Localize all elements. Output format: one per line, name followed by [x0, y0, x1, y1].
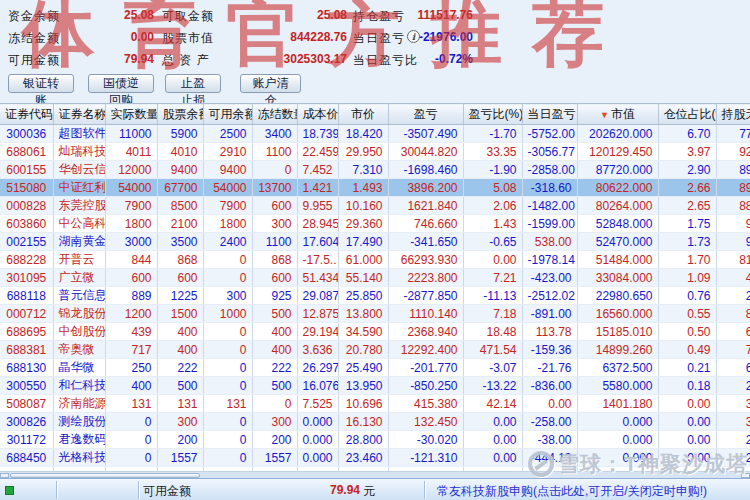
cell-当日盈亏: -318.60	[522, 179, 577, 197]
cell-仓位占比(%): 0.00	[658, 413, 716, 431]
column-header-6[interactable]: 成本价	[297, 104, 338, 125]
table-row[interactable]: 301095广立微600600060051.43455.1402223.8007…	[0, 269, 750, 287]
cell-盈亏比(%): -13.22	[463, 377, 522, 395]
cell-市值: 33084.000	[577, 269, 658, 287]
cell-成本价: 12.875	[297, 305, 338, 323]
funds-balance-value: 25.08	[60, 8, 154, 22]
stop-profit-loss-button[interactable]: 止盈止损	[165, 74, 221, 93]
cell-实际数量: 0	[105, 431, 157, 449]
column-header-2[interactable]: 实际数量	[105, 104, 157, 125]
cell-市值: 202620.000	[577, 125, 658, 143]
cell-盈亏比(%): 7.21	[463, 269, 522, 287]
account-summary-panel: 资金余额 25.08 可取金额 25.08 持仓盈亏 111517.76 冻结金…	[0, 4, 750, 70]
table-row[interactable]: 300550和仁科技400500050016.07613.950-850.250…	[0, 377, 750, 395]
table-row[interactable]: 688695中创股份439400040029.19434.5902368.940…	[0, 323, 750, 341]
cell-盈亏: 3896.200	[388, 179, 463, 197]
cell-成本价: 26.297	[297, 359, 338, 377]
statusbar-available-label: 可用金额	[143, 483, 191, 500]
ipo-subscription-message[interactable]: 常友科技新股申购(点击此处,可开启/关闭定时申购!)	[437, 483, 707, 500]
cell-当日盈亏: -258.00	[522, 413, 577, 431]
cell-实际数量: 12000	[105, 161, 157, 179]
table-row[interactable]: 688450光格科技01557015570.00023.460-121.3100…	[0, 449, 750, 467]
repo-button[interactable]: 国债逆回购	[88, 74, 154, 93]
cell-盈亏: 66293.930	[388, 251, 463, 269]
table-row[interactable]: 301172君逸数码020002000.00028.800-30.0200.00…	[0, 431, 750, 449]
column-header-13[interactable]: 持股天数	[716, 104, 750, 125]
cell-盈亏: -121.310	[388, 449, 463, 467]
cell-成本价: 7.452	[297, 161, 338, 179]
cell-股票余额: 1557	[157, 449, 203, 467]
column-header-4[interactable]: 可用余额	[203, 104, 252, 125]
column-header-0[interactable]: 证券代码	[0, 104, 53, 125]
cell-市价: 61.000	[338, 251, 388, 269]
cell-盈亏: 2368.940	[388, 323, 463, 341]
table-row[interactable]: 002155湖南黄金300035002400110017.60417.490-3…	[0, 233, 750, 251]
cell-股票余额: 131	[157, 395, 203, 413]
cell-市值: 120129.450	[577, 143, 658, 161]
table-row[interactable]: 688130晶华微250222022226.29725.490-201.770-…	[0, 359, 750, 377]
cell-证券代码: 688695	[0, 323, 53, 341]
clear-account-button[interactable]: 账户清仓	[240, 74, 301, 93]
cell-成本价: 0.000	[297, 413, 338, 431]
cell-实际数量: 1200	[105, 305, 157, 323]
cell-股票余额: 222	[157, 359, 203, 377]
column-header-10[interactable]: 当日盈亏	[522, 104, 577, 125]
cell-实际数量: 889	[105, 287, 157, 305]
cell-证券代码: 688228	[0, 251, 53, 269]
cell-可用余额: 2400	[203, 233, 252, 251]
table-row[interactable]: 688228开普云8448680868-17.5..61.00066293.93…	[0, 251, 750, 269]
cell-冻结数量: 500	[252, 377, 297, 395]
cell-当日盈亏: -5752.00	[522, 125, 577, 143]
cell-股票余额: 5900	[157, 125, 203, 143]
cell-持股天数: 88	[716, 197, 750, 215]
cell-证券代码: 300036	[0, 125, 53, 143]
column-header-9[interactable]: 盈亏比(%)	[463, 104, 522, 125]
table-row[interactable]: 688118普元信息889122530092529.08725.850-2877…	[0, 287, 750, 305]
table-row[interactable]: 688061灿瑞科技401140102910110022.45929.95030…	[0, 143, 750, 161]
column-header-3[interactable]: 股票余额	[157, 104, 203, 125]
column-header-12[interactable]: 仓位占比(%)	[658, 104, 716, 125]
table-row[interactable]: 515080中证红利540006770054000137001.4211.493…	[0, 179, 750, 197]
table-row[interactable]: 603860中公高科18002100180030028.94529.360746…	[0, 215, 750, 233]
cell-实际数量: 844	[105, 251, 157, 269]
cell-成本价: 9.955	[297, 197, 338, 215]
cell-股票余额: 1225	[157, 287, 203, 305]
column-header-5[interactable]: 冻结数量	[252, 104, 297, 125]
cell-市价: 34.590	[338, 323, 388, 341]
bank-transfer-button[interactable]: 银证转账	[8, 74, 74, 93]
cell-股票余额: 400	[157, 323, 203, 341]
column-header-8[interactable]: 盈亏	[388, 104, 463, 125]
cell-实际数量: 4011	[105, 143, 157, 161]
cell-市价: 23.460	[338, 449, 388, 467]
horizontal-scrollbar[interactable]	[0, 471, 750, 478]
cell-冻结数量: 222	[252, 359, 297, 377]
cell-成本价: 1.421	[297, 179, 338, 197]
cell-盈亏: 746.660	[388, 215, 463, 233]
table-row[interactable]: 000712锦龙股份12001500100050012.87513.800111…	[0, 305, 750, 323]
table-row[interactable]: 000828东莞控股7900850079006009.95510.1601621…	[0, 197, 750, 215]
cell-冻结数量: 600	[252, 197, 297, 215]
cell-可用余额: 2500	[203, 125, 252, 143]
cell-证券名称: 湖南黄金	[53, 233, 105, 251]
column-header-1[interactable]: 证券名称	[53, 104, 105, 125]
cell-当日盈亏: -891.00	[522, 305, 577, 323]
cell-实际数量: 1800	[105, 215, 157, 233]
cell-当日盈亏: -2858.00	[522, 161, 577, 179]
cell-盈亏: -30.020	[388, 431, 463, 449]
table-row[interactable]: 300036超图软件1100059002500340018.73918.420-…	[0, 125, 750, 143]
cell-证券代码: 688450	[0, 449, 53, 467]
column-header-11[interactable]: ▼市值	[577, 104, 658, 125]
table-row[interactable]: 508087济南能源13113113107.52510.696415.38042…	[0, 395, 750, 413]
cell-成本价: 28.945	[297, 215, 338, 233]
cell-市值: 14899.260	[577, 341, 658, 359]
cell-可用余额: 300	[203, 287, 252, 305]
cell-可用余额: 0	[203, 251, 252, 269]
table-row[interactable]: 300826测绘股份030003000.00016.130132.4500.00…	[0, 413, 750, 431]
table-row[interactable]: 600155华创云信120009400940007.4527.310-1698.…	[0, 161, 750, 179]
total-assets-value: 3025303.17	[230, 52, 347, 66]
cell-实际数量: 600	[105, 269, 157, 287]
cell-仓位占比(%): 1.73	[658, 233, 716, 251]
cell-市值: 22980.650	[577, 287, 658, 305]
column-header-7[interactable]: 市价	[338, 104, 388, 125]
table-row[interactable]: 688381帝奥微71740004003.63620.78012292.4004…	[0, 341, 750, 359]
